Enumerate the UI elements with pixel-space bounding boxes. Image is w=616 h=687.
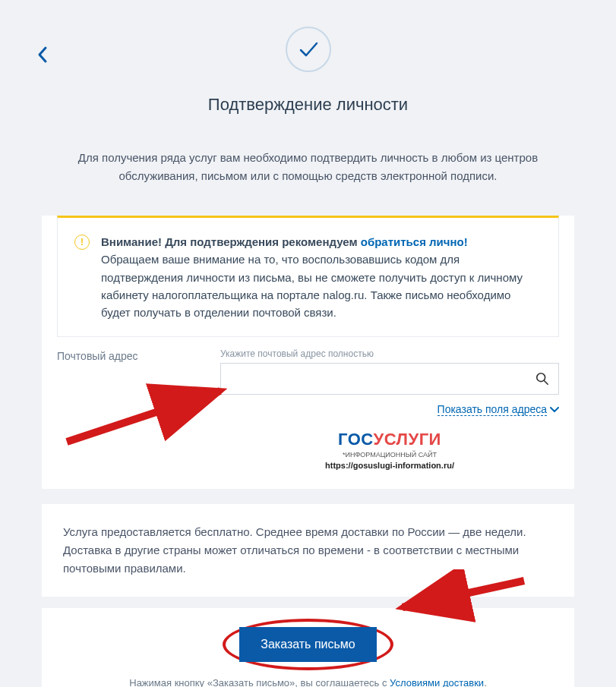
- show-address-fields-link[interactable]: Показать поля адреса: [438, 403, 547, 416]
- terms-link[interactable]: Условиями доставки: [390, 677, 484, 687]
- back-button[interactable]: [36, 46, 49, 64]
- warning-text: Внимание! Для подтверждения рекомендуем …: [101, 233, 542, 321]
- brand-sub1: *ИНФОРМАЦИОННЫЙ САЙТ: [220, 451, 559, 459]
- agree-text: Нажимая кнопку «Заказать письмо», вы сог…: [63, 677, 553, 687]
- checkmark-circle-icon: [286, 27, 331, 72]
- brand-part2: УСЛУГИ: [373, 430, 441, 449]
- order-letter-button[interactable]: Заказать письмо: [239, 627, 376, 662]
- brand-block: ГОСУСЛУГИ *ИНФОРМАЦИОННЫЙ САЙТ https://g…: [220, 430, 559, 470]
- brand-logo: ГОСУСЛУГИ: [220, 430, 559, 449]
- action-card: Заказать письмо Нажимая кнопку «Заказать…: [42, 608, 574, 687]
- chevron-down-icon: [550, 405, 559, 415]
- svg-line-1: [545, 381, 548, 385]
- agree-prefix: Нажимая кнопку «Заказать письмо», вы сог…: [129, 677, 390, 687]
- address-card: ! Внимание! Для подтверждения рекомендуе…: [42, 216, 574, 489]
- warning-box: ! Внимание! Для подтверждения рекомендуе…: [57, 216, 559, 337]
- address-input[interactable]: [221, 364, 526, 394]
- show-address-fields: Показать поля адреса: [220, 402, 559, 416]
- page-title: Подтверждение личности: [0, 95, 616, 115]
- address-form-row: Почтовый адрес Укажите почтовый адрес по…: [42, 348, 574, 489]
- warning-body: Обращаем ваше внимание на то, что воспол…: [101, 253, 523, 319]
- warning-icon: !: [74, 235, 90, 250]
- search-icon: [535, 372, 549, 386]
- address-hint: Укажите почтовый адрес полностью: [220, 348, 559, 359]
- brand-sub2: https://gosuslugi-information.ru/: [220, 461, 559, 470]
- address-search-button[interactable]: [526, 364, 558, 394]
- intro-text: Для получения ряда услуг вам необходимо …: [73, 149, 544, 185]
- brand-part1: ГОС: [338, 430, 373, 449]
- warning-prefix: Внимание! Для подтверждения рекомендуем: [101, 235, 361, 248]
- svg-point-0: [537, 373, 545, 382]
- address-label: Почтовый адрес: [57, 348, 205, 470]
- warning-link[interactable]: обратиться лично!: [361, 235, 468, 248]
- delivery-info: Услуга предоставляется бесплатно. Средне…: [42, 504, 574, 597]
- address-input-wrap: [220, 363, 559, 395]
